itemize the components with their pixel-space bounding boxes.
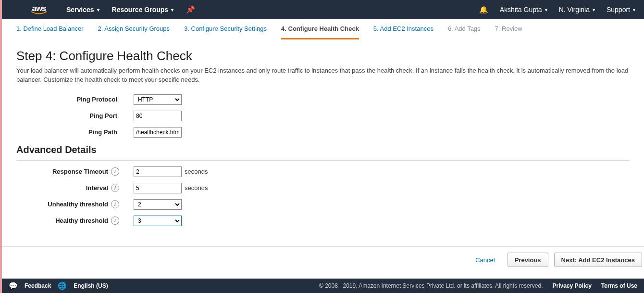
page-description: Your load balancer will automatically pe… [16,66,630,85]
top-navbar: aws Services ▾ Resource Groups ▾ 📌 🔔 Aks… [2,0,644,19]
advanced-details-heading: Advanced Details [16,144,630,155]
nav-user[interactable]: Akshita Gupta ▾ [500,6,547,13]
ping-path-input[interactable] [134,127,182,138]
nav-services-label: Services [66,6,94,13]
healthy-threshold-label: Healthy threshold [55,217,108,224]
language-selector[interactable]: English (US) [74,282,108,289]
next-button[interactable]: Next: Add EC2 Instances [554,253,642,267]
info-icon[interactable]: i [111,217,119,225]
tab-add-tags: 6. Add Tags [448,25,481,39]
nav-resource-groups[interactable]: Resource Groups ▾ [112,6,173,13]
tab-define-load-balancer[interactable]: 1. Define Load Balancer [16,25,83,39]
response-timeout-label: Response Timeout [52,168,108,175]
terms-of-use-link[interactable]: Terms of Use [601,282,637,289]
nav-services[interactable]: Services ▾ [66,6,99,13]
tab-configure-security-settings[interactable]: 3. Configure Security Settings [184,25,267,39]
page-content: Step 4: Configure Health Check Your load… [2,40,644,226]
bell-icon[interactable]: 🔔 [479,5,488,14]
unit-seconds: seconds [185,184,208,191]
unhealthy-threshold-label: Unhealthy threshold [48,201,108,208]
healthy-threshold-select[interactable]: 3 [134,216,182,226]
chevron-down-icon: ▾ [633,7,635,13]
ping-protocol-label: Ping Protocol [16,96,134,103]
pin-icon[interactable]: 📌 [186,5,195,14]
tab-configure-health-check[interactable]: 4. Configure Health Check [281,25,359,39]
info-icon[interactable]: i [111,167,119,176]
tab-review: 7. Review [495,25,522,39]
copyright-text: © 2008 - 2019, Amazon Internet Services … [319,282,543,289]
response-timeout-input[interactable] [134,166,182,177]
feedback-link[interactable]: Feedback [25,282,51,289]
ping-path-label: Ping Path [16,128,134,136]
ping-port-label: Ping Port [16,112,134,119]
ping-protocol-select[interactable]: HTTP [134,94,182,105]
cancel-button[interactable]: Cancel [469,253,501,267]
footer-bar: 💬 Feedback 🌐 English (US) © 2008 - 2019,… [2,279,644,293]
globe-icon: 🌐 [58,281,67,290]
wizard-tabs: 1. Define Load Balancer 2. Assign Securi… [2,19,644,40]
aws-logo[interactable]: aws [31,4,47,15]
previous-button[interactable]: Previous [508,253,548,267]
wizard-button-bar: Cancel Previous Next: Add EC2 Instances [2,246,644,274]
interval-input[interactable] [134,183,182,193]
page-title: Step 4: Configure Health Check [16,49,630,64]
nav-region-label: N. Virginia [559,6,590,13]
tab-add-ec2-instances[interactable]: 5. Add EC2 Instances [373,25,433,39]
tab-assign-security-groups[interactable]: 2. Assign Security Groups [98,25,170,39]
nav-user-label: Akshita Gupta [500,6,542,13]
nav-support[interactable]: Support ▾ [607,6,635,13]
chevron-down-icon: ▾ [593,7,595,13]
unhealthy-threshold-select[interactable]: 2 [134,199,182,210]
privacy-policy-link[interactable]: Privacy Policy [552,282,591,289]
nav-resource-groups-label: Resource Groups [112,6,168,13]
info-icon[interactable]: i [111,200,119,208]
chevron-down-icon: ▾ [97,7,99,13]
nav-region[interactable]: N. Virginia ▾ [559,6,595,13]
nav-support-label: Support [607,6,630,13]
speech-bubble-icon: 💬 [9,281,18,290]
divider [16,160,630,161]
info-icon[interactable]: i [111,184,119,192]
chevron-down-icon: ▾ [545,7,547,13]
interval-label: Interval [86,184,108,191]
chevron-down-icon: ▾ [171,7,173,13]
ping-port-input[interactable] [134,111,182,121]
unit-seconds: seconds [185,168,208,175]
